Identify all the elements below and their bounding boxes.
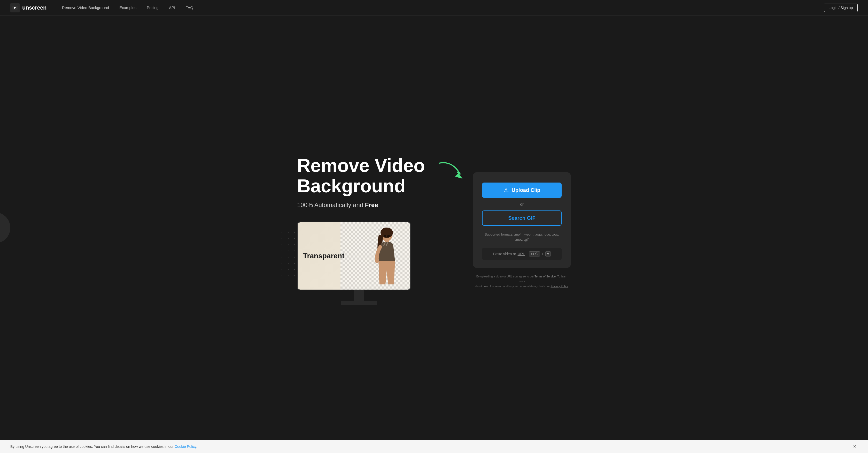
svg-rect-7 (383, 235, 386, 237)
nav-link-api[interactable]: API (169, 5, 175, 10)
supported-formats: Supported formats: .mp4, .webm, .ogg, .o… (482, 232, 562, 243)
monitor-body: Transparent (297, 222, 411, 290)
transparent-label: Transparent (303, 252, 344, 260)
hero-title: Remove Video Background (297, 155, 452, 196)
search-gif-button[interactable]: Search GIF (482, 210, 562, 226)
arrow-decoration (437, 161, 468, 184)
cookie-banner: By using Unscreen you agree to the use o… (0, 440, 868, 453)
or-divider: or (482, 202, 562, 206)
hero-subtitle: 100% Automatically and Free (297, 201, 452, 209)
upload-card: Upload Clip or Search GIF Supported form… (473, 172, 571, 268)
monitor-screen: Transparent (298, 222, 410, 290)
privacy-link[interactable]: Privacy Policy (551, 285, 568, 288)
logo-icon (10, 3, 20, 12)
monitor-base (341, 301, 377, 305)
logo-text: unscreen (22, 4, 46, 11)
svg-rect-8 (387, 235, 390, 237)
paste-bar: Paste video or URL ctrl + v (482, 248, 562, 260)
navbar: unscreen Remove Video Background Example… (0, 0, 868, 16)
cookie-text: By using Unscreen you agree to the use o… (10, 445, 197, 449)
monitor-stand (297, 290, 421, 305)
decorative-half-circle (0, 212, 10, 243)
v-key: v (545, 251, 551, 256)
person-silhouette (366, 228, 402, 290)
nav-link-faq[interactable]: FAQ (185, 5, 193, 10)
nav-links: Remove Video Background Examples Pricing… (62, 5, 824, 10)
nav-link-pricing[interactable]: Pricing (147, 5, 159, 10)
hero-section: Remove Video Background 100% Automatical… (0, 16, 868, 440)
paste-url-link[interactable]: URL (518, 252, 525, 256)
upload-icon (503, 187, 509, 193)
monitor-neck (354, 290, 364, 301)
hero-left: Remove Video Background 100% Automatical… (297, 155, 452, 305)
tos-text: By uploading a video or URL you agree to… (473, 274, 571, 288)
monitor-illustration: Transparent (297, 222, 421, 305)
ctrl-key: ctrl (529, 251, 540, 256)
hero-right: Upload Clip or Search GIF Supported form… (473, 172, 571, 289)
logo[interactable]: unscreen (10, 3, 46, 12)
login-button[interactable]: Login / Sign up (824, 4, 858, 12)
upload-clip-button[interactable]: Upload Clip (482, 182, 562, 198)
cookie-policy-link[interactable]: Cookie Policy (175, 445, 196, 449)
cookie-close-button[interactable]: × (851, 444, 858, 449)
nav-link-examples[interactable]: Examples (119, 5, 136, 10)
nav-link-remove[interactable]: Remove Video Background (62, 5, 109, 10)
tos-link[interactable]: Terms of Service (534, 275, 556, 278)
